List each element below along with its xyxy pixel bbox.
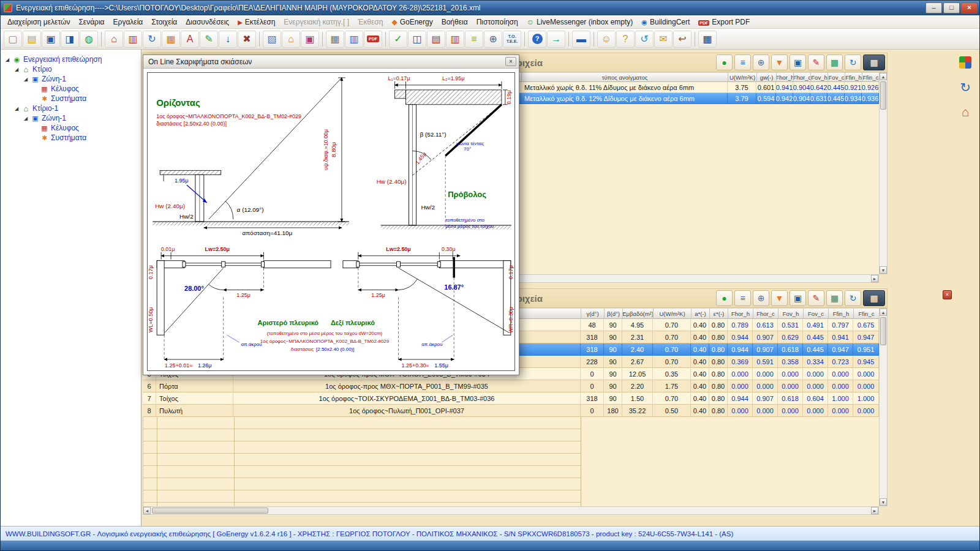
panel-tool-add-grid[interactable]: ▦ — [826, 290, 843, 306]
bottom-table-column-header[interactable]: Ffin_h — [829, 308, 854, 319]
bottom-table-row-8[interactable]: 8Πυλωτή1ος όροφος~Πυλωτή_Π001_ΟΡΙ-#03701… — [143, 405, 879, 417]
bottom-table-column-header[interactable]: γ(d°) — [581, 308, 605, 319]
bottom-table-column-header[interactable]: Fhor_c — [753, 308, 778, 319]
toolbar-button-undo[interactable]: ↩ — [673, 31, 692, 48]
toolbar-button-tools[interactable]: ✖ — [238, 31, 256, 48]
toolbar-button-window-flag[interactable]: ▣ — [301, 31, 319, 48]
tree-item-systems-b[interactable]: Συστήματα — [1, 133, 141, 143]
close-button[interactable]: × — [961, 2, 978, 13]
top-table-column-header[interactable]: U(W/m²K) — [728, 72, 757, 82]
tree-item-root-energy-inspection[interactable]: ◢Ενεργειακή επιθεώρηση — [1, 54, 141, 64]
menu-item-elements[interactable]: Στοιχεία — [147, 17, 181, 28]
side-tool-palette[interactable] — [954, 52, 977, 73]
tree-item-zone-1[interactable]: ◢Ζώνη-1 — [1, 74, 141, 84]
top-table-column-header[interactable]: Fov_c — [828, 72, 845, 82]
toolbar-button-window-table[interactable]: ▥ — [345, 31, 363, 48]
bottom-panel-close-button[interactable]: × — [943, 290, 952, 299]
side-tool-home-view[interactable]: ⌂ — [954, 101, 977, 122]
top-table-column-header[interactable]: Fhor_h — [777, 72, 794, 82]
toolbar-button-export-building[interactable]: ⌂ — [105, 31, 123, 48]
bottom-table-column-header[interactable]: β(d°) — [605, 308, 623, 319]
tree-item-shell[interactable]: Κέλυφος — [1, 84, 141, 94]
panel-tool-edit[interactable]: ✎ — [808, 290, 824, 306]
bottom-table-hscrollbar[interactable] — [143, 506, 879, 515]
panel-tool-filter[interactable]: ≡ — [734, 290, 751, 306]
hscroll-thumb[interactable] — [152, 508, 268, 514]
toolbar-button-split-view[interactable]: ◫ — [408, 31, 426, 48]
expander-icon[interactable]: ◢ — [4, 57, 10, 62]
menu-item-buildingcert[interactable]: BuildingCert — [637, 17, 694, 28]
toolbar-button-bricks[interactable]: ▤ — [427, 31, 445, 48]
toolbar-button-paste[interactable]: ▧ — [263, 31, 281, 48]
panel-tool-save[interactable]: ▣ — [790, 290, 806, 306]
bottom-table-column-header[interactable]: Εμβαδό(m²) — [623, 308, 654, 319]
panel-tool-activate[interactable]: ● — [716, 54, 733, 70]
menu-item-certification[interactable]: Πιστοποίηση — [472, 17, 522, 28]
menu-item-manage-studies[interactable]: Διαχείριση μελετών — [3, 17, 74, 28]
toolbar-button-contacts[interactable]: ☺ — [597, 31, 616, 48]
toolbar-button-sketch[interactable]: ✎ — [200, 31, 218, 48]
expander-icon[interactable]: ◢ — [13, 106, 20, 111]
vscroll-thumb[interactable] — [880, 317, 886, 345]
shading-sketch-dialog[interactable]: On Line Σκαριφήματα σκιάσεων × Ορίζο — [143, 54, 519, 375]
bottom-table-vscrollbar[interactable] — [879, 308, 888, 506]
toolbar-button-refresh-globe[interactable]: ◍ — [80, 31, 98, 48]
dialog-title-bar[interactable]: On Line Σκαριφήματα σκιάσεων × — [143, 55, 519, 69]
menu-item-run[interactable]: Εκτέλεση — [233, 17, 279, 28]
bottom-table-column-header[interactable]: Fhor_h — [728, 308, 753, 319]
bottom-table-column-header[interactable]: U(W/m²K) — [654, 308, 692, 319]
tree-item-zone-1b[interactable]: ◢Ζώνη-1 — [1, 113, 141, 123]
toolbar-button-export-pdf[interactable]: PDF — [364, 31, 382, 48]
scroll-left-icon[interactable] — [143, 507, 151, 514]
tree-item-shell-b[interactable]: Κέλυφος — [1, 123, 141, 133]
toolbar-button-import[interactable]: ↓ — [219, 31, 237, 48]
toolbar-button-calculator[interactable]: ▦ — [326, 31, 344, 48]
toolbar-button-database[interactable]: ▥ — [124, 31, 142, 48]
panel-tool-clear[interactable]: ▼ — [771, 290, 788, 306]
menu-item-livemessenger[interactable]: LiveMessenger (inbox empty) — [522, 17, 638, 28]
maximize-button[interactable]: □ — [943, 2, 960, 13]
top-table-column-header[interactable]: Ffin_h — [845, 72, 862, 82]
panel-tool-edit[interactable]: ✎ — [808, 54, 824, 70]
menu-item-help[interactable]: Βοήθεια — [437, 17, 472, 28]
panel-tool-navigator[interactable]: ▦ — [863, 54, 885, 70]
menu-item-scenarios[interactable]: Σενάρια — [74, 17, 108, 28]
tree-item-building[interactable]: ◢Κτίριο — [1, 64, 141, 74]
menu-item-goenergy[interactable]: GoEnergy — [387, 17, 437, 28]
toolbar-button-mail[interactable]: ✉ — [654, 31, 673, 48]
expander-icon[interactable]: ◢ — [23, 77, 29, 82]
panel-tool-save[interactable]: ▣ — [790, 54, 806, 70]
panel-tool-activate[interactable]: ● — [716, 290, 733, 306]
toolbar-button-chart-red[interactable]: ▥ — [446, 31, 464, 48]
expander-icon[interactable]: ◢ — [13, 67, 20, 72]
toolbar-button-key-help[interactable]: ? — [616, 31, 635, 48]
panel-tool-filter[interactable]: ≡ — [734, 54, 751, 70]
toolbar-button-check-run[interactable]: ✓ — [389, 31, 407, 48]
bottom-table-column-header[interactable]: a*(-) — [692, 308, 710, 319]
toolbar-button-refresh2[interactable]: ↺ — [635, 31, 654, 48]
top-table-column-header[interactable]: Ffin_c — [862, 72, 880, 82]
scroll-down-icon[interactable] — [880, 498, 887, 506]
panel-tool-add-grid[interactable]: ▦ — [826, 54, 843, 70]
top-table-column-header[interactable]: gw(-) — [757, 72, 777, 82]
panel-tool-zoom[interactable]: ⊕ — [753, 290, 769, 306]
toolbar-button-save[interactable]: ▣ — [42, 31, 60, 48]
toolbar-button-chart[interactable]: ▦ — [162, 31, 180, 48]
tree-item-building-1[interactable]: ◢Κτίριο-1 — [1, 103, 141, 113]
top-table-column-header[interactable]: τύπος ανοίγματος — [522, 72, 728, 82]
bottom-table-column-header[interactable]: ε*(-) — [710, 308, 728, 319]
dialog-close-button[interactable]: × — [505, 57, 516, 66]
top-table-column-header[interactable]: Fov_h — [811, 72, 828, 82]
vscroll-thumb[interactable] — [880, 81, 886, 110]
top-table-column-header[interactable]: Fhor_c — [794, 72, 811, 82]
panel-tool-navigator[interactable]: ▦ — [863, 290, 885, 306]
bottom-table-column-header[interactable]: Ffin_c — [854, 308, 880, 319]
scroll-up-icon[interactable] — [880, 73, 887, 80]
expander-icon[interactable]: ◢ — [23, 116, 29, 121]
toolbar-button-measure[interactable]: ▬ — [572, 31, 590, 48]
minimize-button[interactable]: – — [925, 2, 942, 13]
panel-tool-zoom[interactable]: ⊕ — [753, 54, 769, 70]
bottom-table-row-7[interactable]: 7Τοίχος1ος όροφος~ΤΟΙΧ-ΣΚΥΡΟΔΕΜΑ_Σ001_ΒΔ… — [143, 392, 879, 405]
toolbar-button-exit-green[interactable]: → — [547, 31, 565, 48]
panel-tool-refresh[interactable]: ↻ — [845, 54, 861, 70]
